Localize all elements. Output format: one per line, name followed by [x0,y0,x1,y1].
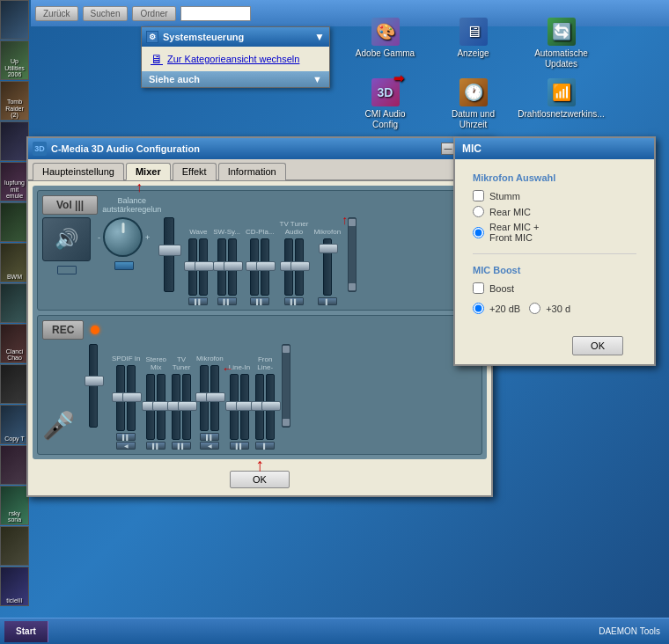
mikrofon-rec-btn1[interactable]: ▌▌ [200,433,219,441]
plus30db-option: +30 d [529,303,570,314]
tvtuner-rec-btn[interactable]: ▌▌ [172,442,191,450]
drahtlos-icon: 📶 [552,83,571,102]
frontline-channel: FronLine- ▌ [255,353,275,450]
mic-ok-button[interactable]: OK [572,336,623,355]
audio-config-window: 3D C-Media 3D Audio Configuration — □ ✕ … [26,136,493,497]
rear-front-mic-radio[interactable] [473,227,484,238]
stumm-option: Stumm [473,190,636,201]
balance-knob[interactable] [103,217,143,257]
kategorie-link[interactable]: 🖥 Zur Kategorieansicht wechseln [142,47,329,71]
vol-button[interactable]: Vol ||| [42,195,98,215]
mic-titlebar: MIC [455,138,654,159]
tab-mixer[interactable]: Mixer ↑ [126,163,171,180]
rear-mic-radio[interactable] [473,206,484,217]
arrow-mikrofon-rec: ← [222,362,234,376]
thumb-9[interactable]: Clanci Chao [0,324,29,363]
thumb-5[interactable]: lupfung mit emule [0,162,29,201]
stumm-label: Stumm [489,191,520,201]
tab-effekt[interactable]: Effekt [173,163,217,180]
mikrofon-rec-channel: Mikrofon ▌▌ ◀ ← [196,344,224,450]
thumb-12[interactable] [0,445,29,485]
speaker-btn-1[interactable] [57,266,77,274]
auto-updates-icon: 🔄 [552,22,571,41]
mikrofon-vol-btn[interactable]: ▌ [318,297,337,305]
back-button[interactable]: Zurück [35,6,78,21]
thumb-6[interactable] [0,202,29,242]
see-also-expand[interactable]: ▼ [312,74,322,84]
tab-haupteinstellung[interactable]: Haupteinstellung [33,163,124,180]
desktop-icon-cmi-audio[interactable]: 3D ➡ CMI Audio Config [352,78,418,130]
spdif-btn2[interactable]: ◀ [116,442,136,450]
stereomix-btn[interactable]: ▌▌ [146,442,165,450]
thumb-13[interactable]: rsky sona [0,486,29,525]
mikrofon-vol-channel: Mikrofon ▌ ↑ [313,217,341,305]
spdif-channel: SPDIF In ▌▌ ◀ [112,344,140,450]
desktop-icon-datum[interactable]: 🕐 Datum und Uhrzeit [440,78,506,130]
spdif-fader-r[interactable] [127,365,136,431]
boost-checkbox[interactable] [473,282,484,294]
tvtuner-btn[interactable]: ▌▌ [284,297,304,305]
order-button[interactable]: Ordner [132,6,175,21]
plus20db-radio[interactable] [473,303,484,314]
mic-panel: MIC Mikrofon Auswahl Stumm Rear MIC Rear… [453,136,656,366]
desktop-icon-auto-updates[interactable]: 🔄 Automatische Updates [528,18,594,70]
rec-scroll[interactable] [282,344,290,428]
audio-config-icon: 3D [33,142,47,156]
mikrofon-auswahl-title: Mikrofon Auswahl [473,172,636,183]
thumb-8[interactable] [0,283,29,323]
thumb-15[interactable]: ticleIII [0,567,29,606]
mic-content: Mikrofon Auswahl Stumm Rear MIC Rear MIC… [455,159,654,345]
desktop-icons-area: 🎨 Adobe Gamma 🖥 Anzeige 🔄 Automatische U… [348,13,612,135]
systemsteuerung-expand-icon[interactable]: ▼ [314,31,325,43]
rear-mic-option: Rear MIC [473,206,636,217]
stumm-checkbox[interactable] [473,190,484,201]
systemsteuerung-titlebar: ⚙ Systemsteuerung ▼ [142,27,329,47]
start-button[interactable]: Start [4,621,48,642]
mikrofon-vol-fader[interactable] [323,238,332,296]
swsy-fader-r[interactable] [228,238,237,296]
thumb-4[interactable] [0,121,29,161]
frontline-fader-r[interactable] [266,374,275,440]
rec-button[interactable]: REC [42,320,84,340]
taskbar: Start DAEMON Tools [0,618,669,644]
spdif-btn[interactable]: ▌▌ [116,433,136,441]
thumb-3[interactable]: Tomb Raider (2) [0,81,29,121]
frontline-btn[interactable]: ▌ [255,442,275,450]
plus30db-radio[interactable] [529,303,540,314]
wave-fader-r[interactable] [199,238,208,296]
main-fader-handle[interactable] [158,245,181,256]
vol-scroll[interactable] [348,217,357,292]
desktop-icon-anzeige[interactable]: 🖥 Anzeige [440,18,506,70]
thumb-14[interactable] [0,526,29,566]
mikrofon-rec-fader-r[interactable] [210,365,219,431]
rec-channel-faders: SPDIF In ▌▌ ◀ StereoM [112,344,275,450]
boost-option: Boost [473,282,636,294]
linein-fader-r[interactable] [240,374,249,440]
thumb-2[interactable]: Up Utilities 2006 [0,40,29,80]
thumb-7[interactable]: BWM [0,243,29,282]
thumb-10[interactable] [0,364,29,404]
wave-btn[interactable]: ▌▌ [188,297,208,305]
balance-label: Balance [117,196,146,205]
cdpla-btn[interactable]: ▌▌ [250,297,269,305]
cdpla-fader-r[interactable] [261,238,269,296]
desktop-icon-drahtlos[interactable]: 📶 Drahtlosnetzwerkins... [528,78,594,130]
plus20db-label: +20 dB [489,304,520,314]
swsy-btn[interactable]: ▌▌ [217,297,237,305]
rec-main-fader-handle[interactable] [85,376,104,386]
systemsteuerung-title: Systemsteuerung [163,32,244,42]
tvtuner-rec-fader-r[interactable] [182,374,191,440]
desktop-icon-adobe-gamma[interactable]: 🎨 Adobe Gamma [352,18,418,70]
search-input[interactable] [180,6,251,21]
search-button[interactable]: Suchen [83,6,129,21]
mikrofon-rec-btn2[interactable]: ◀ [200,442,219,450]
thumb-1[interactable] [0,0,29,40]
boost-label: Boost [489,283,514,294]
stereomix-fader-r[interactable] [157,374,165,440]
tab-information[interactable]: Information [218,163,286,180]
vol-ctrl-btn[interactable] [114,261,134,270]
linein-btn[interactable]: ▌▌ [230,442,249,450]
tvtuner-fader-r[interactable] [295,238,304,296]
rear-front-mic-option: Rear MIC +Front MIC [473,222,636,243]
thumb-11[interactable]: Copy T [0,405,29,444]
